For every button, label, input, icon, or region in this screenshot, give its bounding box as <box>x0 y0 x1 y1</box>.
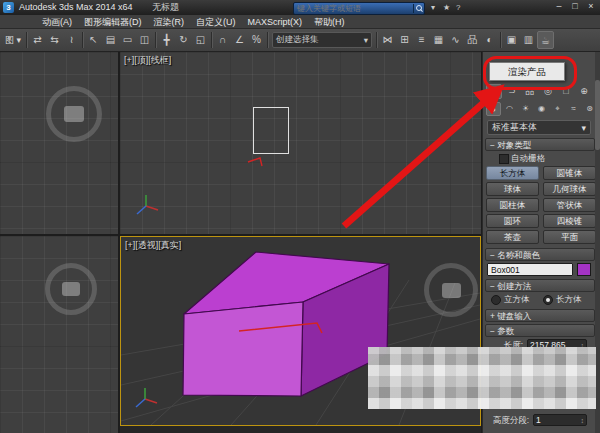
rollout-parameters[interactable]: − 参数 <box>485 324 595 337</box>
viewport-left-bottom[interactable] <box>0 236 118 433</box>
render-setup-icon[interactable]: ▣ <box>503 31 520 49</box>
tab-utilities[interactable]: ⊕ <box>576 84 592 99</box>
select-scale-icon[interactable]: ◱ <box>192 31 209 49</box>
create-subtabs: ● ◠ ☀ ◉ ⌖ ≈ ⊛ <box>486 102 597 116</box>
unlink-selection-icon[interactable]: ⇆ <box>46 31 63 49</box>
height-segments-label: 高度分段: <box>485 415 529 427</box>
autogrid-checkbox[interactable] <box>499 154 509 164</box>
viewport-navigation-gizmo[interactable] <box>46 86 102 142</box>
layer-manager-icon[interactable]: ≡ <box>413 31 430 49</box>
material-editor-icon[interactable]: ◐ <box>481 31 498 49</box>
toolbar-divider <box>267 32 268 48</box>
gizmo-core <box>442 283 461 298</box>
censored-mosaic <box>368 347 596 409</box>
object-button-sphere[interactable]: 球体 <box>486 182 539 196</box>
object-button-torus[interactable]: 圆环 <box>486 214 539 228</box>
rollout-creation-method[interactable]: − 创建方法 <box>485 279 595 292</box>
select-rotate-icon[interactable]: ↻ <box>175 31 192 49</box>
select-by-name-icon[interactable]: ▤ <box>102 31 119 49</box>
radio-icon[interactable] <box>543 295 553 305</box>
rollout-keyboard-entry[interactable]: + 键盘输入 <box>485 309 595 322</box>
angle-snap-icon[interactable]: ∠ <box>231 31 248 49</box>
panel-scrollbar-thumb[interactable] <box>595 80 600 150</box>
object-button-cylinder[interactable]: 圆柱体 <box>486 198 539 212</box>
menu-graph-editors[interactable]: 图形编辑器(D) <box>78 15 148 29</box>
creation-marker <box>240 152 300 176</box>
viewport-navigation-gizmo[interactable] <box>45 263 97 315</box>
subtab-spacewarps[interactable]: ≈ <box>566 102 581 116</box>
curve-editor-icon[interactable]: ∿ <box>447 31 464 49</box>
close-button[interactable]: × <box>584 0 598 13</box>
rollout-name-color[interactable]: − 名称和颜色 <box>485 248 595 261</box>
select-move-icon[interactable]: ╋ <box>158 31 175 49</box>
object-color-swatch[interactable] <box>577 263 591 276</box>
viewport-label[interactable]: [+][透视][真实] <box>125 239 181 252</box>
maximize-button[interactable]: □ <box>568 0 582 13</box>
height-segments-spinner[interactable]: 1↕ <box>533 414 587 426</box>
menu-maxscript[interactable]: MAXScript(X) <box>242 15 309 29</box>
creation-method-box[interactable]: 长方体 <box>543 294 582 306</box>
selection-region-icon[interactable]: ▭ <box>119 31 136 49</box>
search-icon[interactable] <box>413 4 424 13</box>
menu-help[interactable]: 帮助(H) <box>308 15 351 29</box>
scene-menu-button[interactable]: 图 ▾ <box>2 31 24 49</box>
viewport-top[interactable]: [+][顶][线框] <box>120 52 481 234</box>
mirror-icon[interactable]: ⋈ <box>379 31 396 49</box>
annotation-highlight-ring <box>483 56 577 90</box>
select-and-link-icon[interactable]: ⇄ <box>29 31 46 49</box>
menu-customize[interactable]: 自定义(U) <box>190 15 242 29</box>
object-button-cone[interactable]: 圆锥体 <box>543 166 596 180</box>
viewport-left-top[interactable] <box>0 52 118 234</box>
box-object[interactable] <box>183 252 389 396</box>
autogrid-label: 自动栅格 <box>511 153 545 165</box>
object-name-field[interactable]: Box001 <box>487 263 573 276</box>
object-button-tube[interactable]: 管状体 <box>543 198 596 212</box>
app-logo-icon[interactable]: 3 <box>3 2 14 13</box>
radio-icon[interactable] <box>491 295 501 305</box>
spinner-arrows-icon[interactable]: ↕ <box>581 417 585 424</box>
geometry-category-dropdown[interactable]: 标准基本体▾ <box>487 120 591 135</box>
viewport-navigation-gizmo[interactable] <box>424 263 478 317</box>
subtab-cameras[interactable]: ◉ <box>534 102 549 116</box>
axis-tripod-icon <box>132 192 160 220</box>
object-button-plane[interactable]: 平面 <box>543 230 596 244</box>
toolbar-divider <box>376 32 377 48</box>
help-icon[interactable]: ? <box>453 0 463 15</box>
subtab-shapes[interactable]: ◠ <box>502 102 517 116</box>
object-button-teapot[interactable]: 茶壶 <box>486 230 539 244</box>
percent-snap-icon[interactable]: % <box>248 31 265 49</box>
align-icon[interactable]: ⊞ <box>396 31 413 49</box>
toolbar-divider <box>500 32 501 48</box>
infocenter-dropdown-icon[interactable]: ▾ <box>428 0 438 15</box>
graphite-ribbon-icon[interactable]: ▦ <box>430 31 447 49</box>
schematic-view-icon[interactable]: 品 <box>464 31 481 49</box>
search-input[interactable] <box>294 4 413 13</box>
bind-to-space-warp-icon[interactable]: ≀ <box>63 31 80 49</box>
subtab-lights[interactable]: ☀ <box>518 102 533 116</box>
subtab-geometry[interactable]: ● <box>486 102 501 116</box>
minimize-button[interactable]: – <box>552 0 566 13</box>
rollout-object-type[interactable]: − 对象类型 <box>485 138 595 151</box>
render-production-icon[interactable]: ☕ <box>537 31 554 49</box>
named-selection-set-combo[interactable]: 创建选择集▾ <box>272 32 372 48</box>
creation-method-cube[interactable]: 立方体 <box>491 294 530 306</box>
favorites-star-icon[interactable]: ★ <box>440 0 453 15</box>
document-title: 无标题 <box>152 0 179 15</box>
object-button-geosphere[interactable]: 几何球体 <box>543 182 596 196</box>
object-button-box[interactable]: 长方体 <box>486 166 539 180</box>
subtab-helpers[interactable]: ⌖ <box>550 102 565 116</box>
menu-animation[interactable]: 动画(A) <box>36 15 78 29</box>
snap-toggle-icon[interactable]: ∩ <box>214 31 231 49</box>
select-object-icon[interactable]: ↖ <box>85 31 102 49</box>
infocenter-search[interactable] <box>293 2 425 15</box>
toolbar-divider <box>82 32 83 48</box>
menu-rendering[interactable]: 渲染(R) <box>148 15 191 29</box>
window-crossing-icon[interactable]: ◫ <box>136 31 153 49</box>
viewport-gap <box>120 426 481 433</box>
chevron-down-icon: ▾ <box>581 123 586 133</box>
toolbar-divider <box>211 32 212 48</box>
object-button-pyramid[interactable]: 四棱锥 <box>543 214 596 228</box>
viewport-label[interactable]: [+][顶][线框] <box>124 54 171 67</box>
box-wireframe[interactable] <box>253 107 289 154</box>
rendered-frame-icon[interactable]: ▥ <box>520 31 537 49</box>
